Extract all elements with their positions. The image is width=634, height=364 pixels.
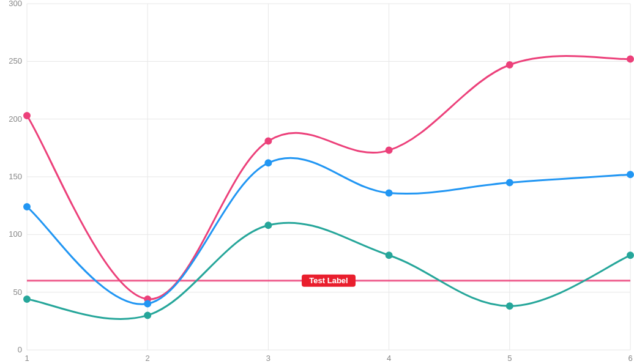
data-point (507, 179, 513, 185)
chart-container: 050100150200250300123456Test Label (0, 0, 634, 364)
axis-ticks: 050100150200250300123456 (9, 0, 632, 363)
y-tick-label: 100 (9, 229, 22, 239)
x-tick-label: 1 (24, 354, 29, 363)
series-teal (24, 222, 633, 319)
data-point (24, 296, 30, 302)
data-point (627, 56, 633, 62)
data-point (144, 301, 151, 307)
data-point (627, 252, 633, 258)
y-tick-label: 300 (9, 0, 22, 8)
x-tick-label: 4 (387, 354, 391, 363)
data-point (507, 62, 513, 68)
data-point (507, 303, 513, 309)
annotation-label: Test Label (302, 275, 356, 287)
data-point (627, 171, 633, 177)
data-point (265, 160, 271, 166)
data-point (386, 252, 392, 258)
y-tick-label: 250 (9, 56, 22, 65)
x-tick-label: 6 (628, 354, 632, 363)
x-tick-label: 2 (146, 354, 150, 363)
x-tick-label: 5 (507, 354, 512, 363)
data-point (265, 222, 271, 228)
grid (27, 4, 630, 350)
data-point (24, 113, 30, 119)
y-tick-label: 200 (9, 114, 22, 124)
line-chart: 050100150200250300123456Test Label (0, 0, 634, 364)
svg-text:Test Label: Test Label (309, 276, 348, 285)
data-point (24, 204, 30, 210)
data-point (386, 190, 392, 196)
y-tick-label: 150 (9, 172, 22, 181)
x-tick-label: 3 (266, 354, 270, 363)
data-point (265, 138, 271, 144)
series-pink (24, 56, 633, 302)
data-point (144, 312, 151, 318)
y-tick-label: 50 (13, 288, 22, 297)
y-tick-label: 0 (18, 345, 22, 354)
data-point (386, 147, 392, 154)
